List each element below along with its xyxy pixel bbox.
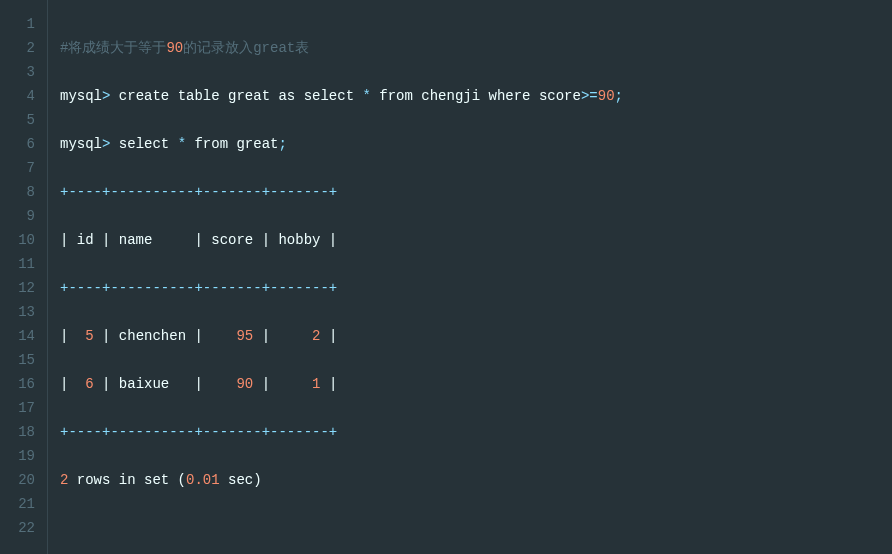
line-number: 15 — [0, 348, 35, 372]
sql-text: from great — [186, 136, 278, 152]
comment-text: 的记录放入great表 — [183, 40, 309, 56]
line-number: 5 — [0, 108, 35, 132]
table-cell: | — [60, 376, 85, 392]
line-number-gutter: 1 2 3 4 5 6 7 8 9 10 11 12 13 14 15 16 1… — [0, 0, 48, 554]
line-number: 4 — [0, 84, 35, 108]
table-cell: | — [320, 328, 337, 344]
comment-text: #将成绩大于等于 — [60, 40, 166, 56]
line-number: 7 — [0, 156, 35, 180]
code-line[interactable]: mysql> create table great as select * fr… — [60, 84, 892, 108]
code-line[interactable]: +----+----------+-------+-------+ — [60, 180, 892, 204]
semicolon: ; — [615, 88, 623, 104]
star-operator: * — [178, 136, 186, 152]
line-number: 22 — [0, 516, 35, 540]
table-cell: | baixue | — [94, 376, 237, 392]
table-cell: | — [253, 376, 312, 392]
code-line[interactable]: | id | name | score | hobby | — [60, 228, 892, 252]
line-number: 2 — [0, 36, 35, 60]
number-literal: 5 — [85, 328, 93, 344]
operator: >= — [581, 88, 598, 104]
line-number: 16 — [0, 372, 35, 396]
line-number: 13 — [0, 300, 35, 324]
line-number: 9 — [0, 204, 35, 228]
number-literal: 90 — [166, 40, 183, 56]
line-number: 18 — [0, 420, 35, 444]
number-literal: 6 — [85, 376, 93, 392]
line-number: 6 — [0, 132, 35, 156]
line-number: 3 — [0, 60, 35, 84]
sql-text: select — [110, 136, 177, 152]
code-line[interactable] — [60, 516, 892, 540]
line-number: 14 — [0, 324, 35, 348]
table-cell: | chenchen | — [94, 328, 237, 344]
code-line[interactable]: 2 rows in set (0.01 sec) — [60, 468, 892, 492]
identifier: mysql — [60, 88, 102, 104]
code-line[interactable]: #将成绩大于等于90的记录放入great表 — [60, 36, 892, 60]
table-border: +----+----------+-------+-------+ — [60, 424, 337, 440]
star-operator: * — [362, 88, 370, 104]
table-cell: | — [253, 328, 312, 344]
table-border: +----+----------+-------+-------+ — [60, 280, 337, 296]
line-number: 11 — [0, 252, 35, 276]
code-line[interactable]: | 6 | baixue | 90 | 1 | — [60, 372, 892, 396]
result-text: sec) — [220, 472, 262, 488]
line-number: 1 — [0, 12, 35, 36]
line-number: 21 — [0, 492, 35, 516]
line-number: 8 — [0, 180, 35, 204]
line-number: 17 — [0, 396, 35, 420]
identifier: mysql — [60, 136, 102, 152]
code-line[interactable]: +----+----------+-------+-------+ — [60, 420, 892, 444]
code-line[interactable]: mysql> select * from great; — [60, 132, 892, 156]
table-cell: | — [60, 328, 85, 344]
code-line[interactable]: | 5 | chenchen | 95 | 2 | — [60, 324, 892, 348]
code-editor[interactable]: #将成绩大于等于90的记录放入great表 mysql> create tabl… — [48, 0, 892, 554]
number-literal: 95 — [236, 328, 253, 344]
sql-text: create table great as select — [110, 88, 362, 104]
number-literal: 90 — [236, 376, 253, 392]
code-line[interactable]: +----+----------+-------+-------+ — [60, 276, 892, 300]
line-number: 20 — [0, 468, 35, 492]
semicolon: ; — [278, 136, 286, 152]
table-header: | id | name | score | hobby | — [60, 232, 337, 248]
number-literal: 0.01 — [186, 472, 220, 488]
number-literal: 90 — [598, 88, 615, 104]
result-text: rows in set ( — [68, 472, 186, 488]
table-border: +----+----------+-------+-------+ — [60, 184, 337, 200]
line-number: 12 — [0, 276, 35, 300]
sql-text: from chengji where score — [371, 88, 581, 104]
line-number: 19 — [0, 444, 35, 468]
table-cell: | — [320, 376, 337, 392]
line-number: 10 — [0, 228, 35, 252]
